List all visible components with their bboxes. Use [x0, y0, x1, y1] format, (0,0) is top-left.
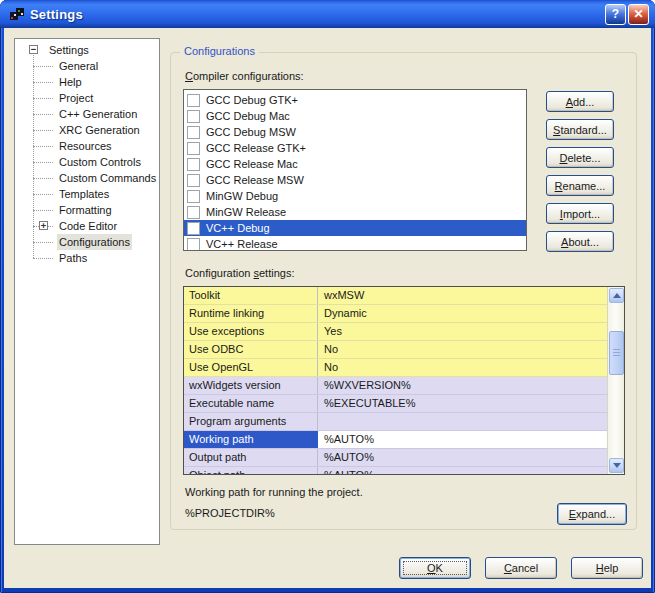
tree-connector [33, 82, 53, 83]
list-item[interactable]: GCC Debug Mac [184, 108, 526, 124]
list-item[interactable]: GCC Release Mac [184, 156, 526, 172]
list-item-label: GCC Debug Mac [206, 109, 290, 123]
groupbox-title: Configurations [180, 45, 259, 57]
collapse-icon[interactable]: − [29, 45, 38, 54]
checkbox[interactable] [187, 126, 200, 139]
setting-value[interactable]: %EXECUTABLE% [318, 395, 609, 412]
scrollbar-track[interactable] [607, 287, 624, 474]
list-item-label: MinGW Debug [206, 189, 278, 203]
tree-item-xrc-generation[interactable]: XRC Generation [15, 122, 159, 138]
setting-value[interactable] [318, 413, 609, 430]
checkbox[interactable] [187, 94, 200, 107]
setting-name: Output path [184, 449, 318, 466]
title-bar: Settings ? ✕ [0, 0, 655, 28]
list-item-selected[interactable]: VC++ Debug [184, 220, 526, 236]
scrollbar-thumb[interactable] [609, 331, 624, 375]
ok-button[interactable]: OK [399, 557, 471, 579]
setting-value[interactable]: Dynamic [318, 305, 609, 322]
dialog-body: −Settings General Help Project C++ Gener… [4, 28, 651, 588]
tree-item-label: Resources [57, 138, 114, 154]
list-item[interactable]: GCC Debug GTK+ [184, 92, 526, 108]
rename-button[interactable]: Rename... [546, 175, 614, 196]
table-row[interactable]: ToolkitwxMSW [184, 287, 609, 305]
checkbox[interactable] [187, 142, 200, 155]
list-item-label: GCC Debug GTK+ [206, 93, 298, 107]
list-item[interactable]: GCC Release GTK+ [184, 140, 526, 156]
help-icon[interactable]: ? [605, 4, 626, 25]
list-item[interactable]: MinGW Release [184, 204, 526, 220]
setting-name: Use ODBC [184, 341, 318, 358]
up-arrow-glyph [613, 293, 621, 298]
setting-value[interactable]: %AUTO% [318, 449, 609, 466]
checkbox[interactable] [187, 158, 200, 171]
tree-root[interactable]: −Settings [15, 42, 159, 58]
scroll-down-icon[interactable] [609, 458, 624, 473]
checkbox[interactable] [187, 110, 200, 123]
table-row-selected[interactable]: Working path%AUTO% [184, 431, 609, 449]
tree-item-formatting[interactable]: Formatting [15, 202, 159, 218]
setting-name: Toolkit [184, 287, 318, 304]
setting-value[interactable]: %AUTO% [318, 431, 609, 448]
setting-value[interactable]: No [318, 359, 609, 376]
list-item-label: GCC Release MSW [206, 173, 304, 187]
table-row[interactable]: Object path%AUTO% [184, 467, 609, 475]
tree-connector [33, 114, 53, 115]
standard-button[interactable]: Standard... [546, 119, 614, 140]
setting-name: Object path [184, 467, 318, 475]
tree-item-help[interactable]: Help [15, 74, 159, 90]
checkbox[interactable] [187, 190, 200, 203]
list-item[interactable]: MinGW Debug [184, 188, 526, 204]
delete-button[interactable]: Delete... [546, 147, 614, 168]
setting-description: Working path for running the project. [185, 486, 363, 498]
setting-value[interactable]: wxMSW [318, 287, 609, 304]
add-button[interactable]: Add... [546, 91, 614, 112]
checkbox[interactable] [187, 238, 200, 251]
scroll-up-icon[interactable] [609, 288, 624, 303]
tree-item-resources[interactable]: Resources [15, 138, 159, 154]
tree-item-paths[interactable]: Paths [15, 250, 159, 266]
help-button[interactable]: Help [571, 557, 643, 579]
tree-connector [33, 98, 53, 99]
list-item[interactable]: VC++ Release [184, 236, 526, 251]
tree-item-cpp-generation[interactable]: C++ Generation [15, 106, 159, 122]
setting-value[interactable]: %WXVERSION% [318, 377, 609, 394]
setting-name: Use exceptions [184, 323, 318, 340]
list-item[interactable]: GCC Release MSW [184, 172, 526, 188]
table-row[interactable]: Use ODBCNo [184, 341, 609, 359]
list-item-label: GCC Release Mac [206, 157, 298, 171]
tree-item-label: C++ Generation [57, 106, 139, 122]
cancel-button[interactable]: Cancel [485, 557, 557, 579]
tree-connector [33, 258, 53, 259]
setting-value[interactable]: %AUTO% [318, 467, 609, 475]
table-row[interactable]: Output path%AUTO% [184, 449, 609, 467]
close-icon[interactable]: ✕ [628, 4, 649, 25]
tree-item-project[interactable]: Project [15, 90, 159, 106]
tree-item-configurations[interactable]: Configurations [15, 234, 159, 250]
tree-item-code-editor[interactable]: +Code Editor [15, 218, 159, 234]
tree-item-label: Configurations [57, 234, 132, 250]
list-item-label: VC++ Debug [206, 221, 270, 235]
checkbox[interactable] [187, 206, 200, 219]
tree-item-templates[interactable]: Templates [15, 186, 159, 202]
tree-item-custom-commands[interactable]: Custom Commands [15, 170, 159, 186]
tree-item-custom-controls[interactable]: Custom Controls [15, 154, 159, 170]
checkbox[interactable] [187, 174, 200, 187]
table-row[interactable]: Use OpenGLNo [184, 359, 609, 377]
table-row[interactable]: Program arguments [184, 413, 609, 431]
setting-value[interactable]: Yes [318, 323, 609, 340]
table-row[interactable]: wxWidgets version%WXVERSION% [184, 377, 609, 395]
table-row[interactable]: Executable name%EXECUTABLE% [184, 395, 609, 413]
expand-icon[interactable]: + [39, 221, 48, 230]
setting-value[interactable]: No [318, 341, 609, 358]
expand-button[interactable]: Expand... [557, 503, 627, 525]
tree-item-general[interactable]: General [15, 58, 159, 74]
setting-name: wxWidgets version [184, 377, 318, 394]
list-item[interactable]: GCC Debug MSW [184, 124, 526, 140]
table-row[interactable]: Use exceptionsYes [184, 323, 609, 341]
table-row[interactable]: Runtime linkingDynamic [184, 305, 609, 323]
import-button[interactable]: Import... [546, 203, 614, 224]
checkbox[interactable] [187, 222, 200, 235]
about-button[interactable]: About... [546, 231, 614, 252]
tree-root-label: Settings [47, 42, 91, 58]
tree-connector [33, 130, 53, 131]
